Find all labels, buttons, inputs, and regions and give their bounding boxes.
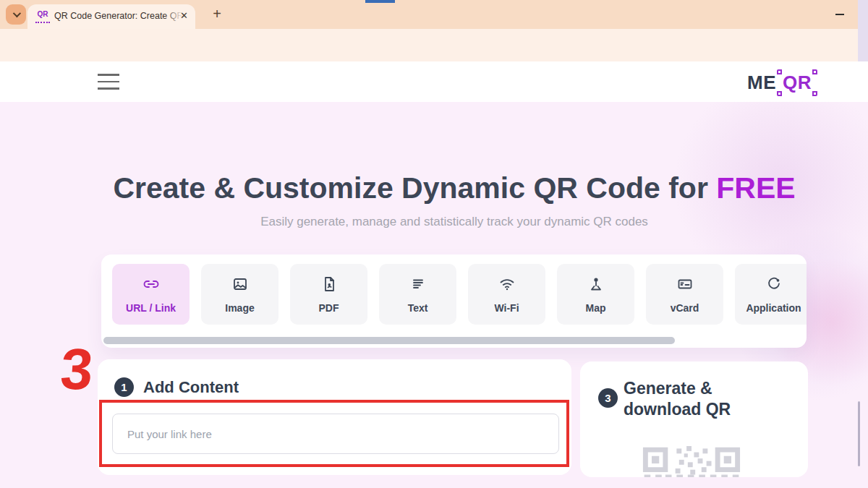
tab-label: Application (746, 302, 801, 314)
annotation-step-number: 3 (59, 345, 95, 394)
logo-me-text: ME (747, 72, 776, 94)
application-icon (765, 275, 783, 296)
page-title: Create & Customize Dynamic QR Code for F… (0, 171, 868, 205)
step-badge-3: 3 (598, 388, 618, 408)
qr-type-selector-card: URL / LinkImagePDFTextWi-FiMapvCardAppli… (101, 254, 807, 348)
site-header: ME QR (0, 61, 868, 102)
new-tab-button[interactable]: + (207, 4, 227, 24)
tab-image[interactable]: Image (201, 264, 278, 325)
text-icon (409, 275, 427, 296)
close-icon[interactable]: ✕ (180, 10, 188, 21)
tab-label: PDF (319, 302, 339, 314)
tab-label: Wi-Fi (494, 302, 519, 314)
pdf-icon (320, 275, 338, 296)
qr-code-preview (634, 446, 749, 477)
page-scrollbar[interactable] (858, 401, 860, 466)
tabs-scrollbar-track[interactable] (103, 337, 804, 344)
tab-map[interactable]: Map (557, 264, 634, 325)
step-badge-1: 1 (114, 377, 134, 397)
vcard-icon (676, 275, 694, 296)
wifi-icon (498, 275, 516, 296)
tab-label: Map (586, 302, 606, 314)
tab-wifi[interactable]: Wi-Fi (468, 264, 545, 325)
browser-toolbar: ← → ↻ me-qr.com ☆ (0, 29, 868, 61)
chevron-down-icon (13, 9, 21, 17)
tab-search-button[interactable] (6, 4, 26, 25)
menu-button[interactable] (98, 74, 119, 90)
logo-qr-text: QR (783, 72, 812, 93)
tabs-scrollbar-thumb[interactable] (103, 337, 675, 344)
add-content-title: Add Content (143, 378, 239, 397)
map-pin-icon (587, 275, 605, 296)
tab-application[interactable]: Application (735, 264, 807, 325)
annotation-highlight-rect (99, 400, 569, 467)
tab-text[interactable]: Text (379, 264, 456, 325)
tab-label: URL / Link (126, 302, 176, 314)
tab-label: Image (225, 302, 254, 314)
browser-tab[interactable]: QR QR Code Generator: Create QR ✕ (27, 4, 195, 29)
generate-download-card: 3 Generate & download QR (580, 361, 808, 477)
logo-qr-frame: QR (777, 71, 817, 95)
page-title-accent: FREE (716, 171, 795, 205)
webpage-viewport: ME QR Create & Customize Dynamic QR Code… (0, 61, 868, 488)
browser-tab-bar: QR QR Code Generator: Create QR ✕ + (0, 0, 868, 29)
link-input[interactable] (112, 414, 559, 454)
add-content-card: 1 Add Content (98, 359, 571, 475)
site-logo[interactable]: ME QR (747, 71, 817, 95)
background-window-fragment (365, 0, 395, 3)
tab-vcard[interactable]: vCard (646, 264, 723, 325)
tab-label: Text (408, 302, 428, 314)
site-favicon-icon: QR (35, 10, 50, 23)
tab-pdf[interactable]: PDF (290, 264, 367, 325)
desktop-edge-strip (858, 0, 868, 61)
link-icon (142, 275, 160, 296)
page-subtitle: Easily generate, manage and statisticall… (0, 215, 868, 229)
minimize-button[interactable] (832, 7, 848, 22)
generate-title: Generate & download QR (624, 378, 731, 420)
qr-type-tabs: URL / LinkImagePDFTextWi-FiMapvCardAppli… (112, 264, 807, 325)
image-icon (231, 275, 249, 296)
tab-title: QR Code Generator: Create QR (54, 11, 183, 23)
tab-url-link[interactable]: URL / Link (112, 264, 190, 325)
tab-label: vCard (671, 302, 699, 314)
